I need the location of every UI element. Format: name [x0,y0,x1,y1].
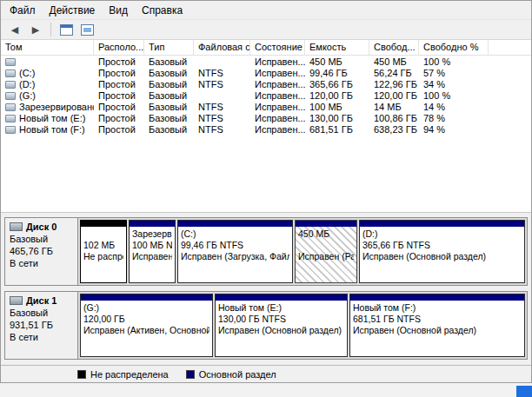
cell-free: 122,96 ГБ [369,79,419,89]
partition-line: 681,51 ГБ NTFS [353,314,522,325]
cell-free-pct: 100 % [419,56,489,67]
legend-unallocated: Не распределена [77,369,169,380]
volume-name: Новый том (E:) [19,113,85,123]
partition-line: Исправен (Основной раздел) [218,325,344,336]
cell-type: Базовый [144,102,194,112]
legend-label: Не распределена [90,369,169,380]
partition-line: Исправен (Активен, Основной ра [83,325,209,336]
partition-line: 99,46 ГБ NTFS [181,240,289,251]
menubar: Файл Действие Вид Справка [1,1,531,19]
table-row[interactable]: Новый том (F:) Простой Базовый NTFS Испр… [1,123,531,135]
back-button[interactable]: ◀ [5,21,24,38]
partition-line: (G:) [83,302,209,314]
partition-c[interactable]: (C:) 99,46 ГБ NTFS Исправен (Загрузка, Ф… [177,220,293,283]
cell-type: Базовый [144,124,194,135]
cell-layout: Простой [94,90,144,101]
primary-partition-swatch-icon [186,370,195,379]
col-fs[interactable]: Файловая с... [194,40,250,55]
cell-status: Исправен... [250,102,305,112]
menu-action[interactable]: Действие [43,2,103,19]
partition-line: (D:) [362,228,522,240]
cell-free: 14 МБ [369,102,419,112]
console-tree-button[interactable] [57,21,76,38]
col-type[interactable]: Тип [144,40,194,55]
cell-fs: NTFS [194,68,250,78]
volume-name: (D:) [19,79,35,89]
cell-capacity: 100 МБ [305,102,369,112]
cell-status: Исправен... [250,113,305,123]
menu-view[interactable]: Вид [102,2,135,19]
table-row[interactable]: (D:) Простой Базовый NTFS Исправен... 36… [1,78,531,89]
partition-line: Исправен [132,251,172,262]
unallocated-swatch-icon [77,370,86,379]
cell-free: 100,86 ГБ [369,113,419,123]
partition-line [298,240,354,251]
toolbar-separator [50,23,51,36]
partition-color-bar [130,221,175,227]
cell-free-pct: 78 % [419,113,489,123]
partition-line: Новый том (F:) [353,302,522,314]
partition-line: Исправен (Ра [298,251,354,262]
partition-line: Исправен (Загрузка, Файл по [181,251,289,262]
cell-fs: NTFS [194,113,250,123]
partition-line: (C:) [181,228,289,240]
table-row[interactable]: Простой Базовый Исправен... 450 МБ 450 М… [1,56,531,67]
legend-primary-partition: Основной раздел [186,369,276,380]
disk-0-row: Диск 0 Базовый 465,76 ГБ В сети 102 МБ Н… [4,217,528,286]
cell-type: Базовый [144,90,194,101]
cell-type: Базовый [144,79,194,89]
partition-d[interactable]: (D:) 365,66 ГБ NTFS Исправен (Основной р… [359,220,525,283]
forward-button[interactable]: ▶ [26,21,45,38]
table-row[interactable]: Зарезервировано... Простой Базовый NTFS … [1,101,531,112]
partition-unallocated[interactable]: 102 МБ Не распре [80,220,127,283]
partition-f[interactable]: Новый том (F:) 681,51 ГБ NTFS Исправен (… [349,294,525,357]
partition-line: 102 МБ [83,240,123,251]
table-row[interactable]: Новый том (E:) Простой Базовый NTFS Испр… [1,112,531,123]
table-header: Том Располо... Тип Файловая с... Состоян… [1,40,531,56]
table-row[interactable]: (C:) Простой Базовый NTFS Исправен... 99… [1,67,531,78]
table-row[interactable]: (G:) Простой Базовый Исправен... 120,00 … [1,89,531,101]
partition-color-bar [81,221,126,227]
cell-type: Базовый [144,113,194,123]
display-button[interactable] [77,21,96,38]
cell-status: Исправен... [250,90,305,101]
col-status[interactable]: Состояние [250,40,305,55]
graphical-view: Диск 0 Базовый 465,76 ГБ В сети 102 МБ Н… [1,212,531,365]
col-free-pct[interactable]: Свободно % [419,40,489,55]
partition-system-reserved[interactable]: Зарезерв 100 МБ N Исправен [129,220,176,283]
disk-size: 465,76 ГБ [10,245,74,257]
partition-line: Новый том (E:) [218,302,344,314]
partition-g[interactable]: (G:) 120,00 ГБ Исправен (Активен, Основн… [80,294,213,357]
volume-icon [5,115,16,122]
partition-line: Зарезерв [132,228,172,240]
cell-free: 638,23 ГБ [369,124,419,135]
col-free[interactable]: Свобод... [369,40,419,55]
volume-name: (G:) [19,90,36,101]
volume-icon [5,103,16,111]
menu-help[interactable]: Справка [135,2,190,19]
partition-color-bar [296,221,356,227]
partition-color-bar [178,221,292,227]
cell-capacity: 130,00 ГБ [305,113,369,123]
partition-e[interactable]: Новый том (E:) 130,00 ГБ NTFS Исправен (… [215,294,348,357]
col-capacity[interactable]: Емкость [305,40,369,55]
volume-name: Новый том (F:) [19,124,85,135]
cell-layout: Простой [94,56,144,67]
partition-recovery-selected[interactable]: 450 МБ Исправен (Ра [295,220,357,283]
disk-name: Диск 1 [26,295,57,306]
disk-info-panel[interactable]: Диск 1 Базовый 931,51 ГБ В сети [5,292,78,359]
col-layout[interactable]: Располо... [94,40,144,55]
cell-fs: NTFS [194,102,250,112]
disk-type: Базовый [10,233,74,245]
cell-free-pct: 14 % [419,102,489,112]
cell-free-pct: 57 % [419,68,489,78]
cell-capacity: 99,46 ГБ [305,68,369,78]
partition-color-bar [350,294,524,301]
disk-size: 931,51 ГБ [10,319,74,331]
cell-free: 56,24 ГБ [369,68,419,78]
menu-file[interactable]: Файл [3,2,43,19]
col-volume[interactable]: Том [1,40,94,55]
disk-info-panel[interactable]: Диск 0 Базовый 465,76 ГБ В сети [5,218,78,285]
partition-line [83,228,123,240]
cell-status: Исправен... [250,68,305,78]
